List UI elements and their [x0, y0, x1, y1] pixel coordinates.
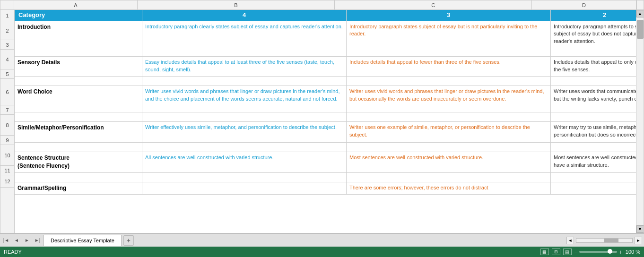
- row-num-10: 10: [0, 145, 14, 166]
- spacer-d: [551, 47, 636, 56]
- scroll-thumb: [637, 20, 644, 39]
- zoom-level: 100 %: [626, 249, 640, 255]
- cell-sentence-col2: Most sentences are well-constructed but …: [551, 152, 636, 172]
- spacer-c5: [347, 173, 551, 182]
- view-page-btn[interactable]: ▤: [563, 248, 572, 255]
- row-num-5: 5: [0, 69, 14, 79]
- tab-nav-next[interactable]: ►: [23, 236, 31, 245]
- ready-status: READY: [4, 249, 540, 255]
- header-col2: 2: [551, 10, 636, 21]
- category-grammar: Grammar/Spelling: [15, 182, 142, 194]
- scroll-track[interactable]: [636, 17, 644, 225]
- spacer-a5: [15, 173, 142, 182]
- zoom-slider-thumb: [608, 249, 612, 254]
- spacer-b4: [142, 143, 347, 152]
- spacer-b3: [142, 112, 347, 121]
- row-10: Sentence Structure (Sentence Fluency) Al…: [15, 152, 636, 173]
- scroll-down-btn[interactable]: ▼: [636, 225, 644, 233]
- hscroll-left-btn[interactable]: ◄: [566, 237, 574, 244]
- tab-bar: |◄ ◄ ► ►| Descriptive Essay Template + ◄…: [0, 233, 644, 247]
- row-num-7: 7: [0, 105, 14, 115]
- col-header-c[interactable]: C: [335, 0, 532, 9]
- category-introduction: Introduction: [15, 21, 142, 47]
- scrollbar-header-space: [636, 0, 644, 9]
- hscroll-track[interactable]: [576, 238, 633, 243]
- status-bar: READY ▦ ⊞ ▤ − + 100 %: [0, 247, 644, 257]
- header-row: Category 4 3 2: [15, 10, 636, 21]
- row-num-3: 3: [0, 40, 14, 50]
- cell-introduction-col3: Introductory paragraph states subject of…: [347, 21, 551, 47]
- col-header-b[interactable]: B: [138, 0, 335, 9]
- row-num-11: 11: [0, 166, 14, 175]
- spacer-d5: [551, 173, 636, 182]
- cell-grammar-col4: [142, 182, 347, 194]
- row-num-4: 4: [0, 50, 14, 69]
- row-2: Introduction Introductory paragraph clea…: [15, 21, 636, 47]
- spacer-c3: [347, 112, 551, 121]
- cell-simile-col4: Writer effectively uses simile, metaphor…: [142, 122, 347, 142]
- cell-simile-col2: Writer may try to use simile, metaphor, …: [551, 122, 636, 142]
- view-normal-btn[interactable]: ▦: [540, 248, 549, 255]
- col-header-d[interactable]: D: [532, 0, 636, 9]
- row-numbers: 1 2 3 4 5 6 7 8 9 10 11 12: [0, 10, 15, 233]
- spacer-d3: [551, 112, 636, 121]
- category-simile: Simile/Metaphor/Personification: [15, 122, 142, 142]
- tab-nav-last[interactable]: ►|: [33, 236, 42, 245]
- spacer-b5: [142, 173, 347, 182]
- active-sheet-tab[interactable]: Descriptive Essay Template: [44, 235, 122, 246]
- row-4: Sensory Details Essay includes details t…: [15, 57, 636, 77]
- row-8: Simile/Metaphor/Personification Writer e…: [15, 122, 636, 143]
- cell-sentence-col3: Most sentences are well-constructed with…: [347, 152, 551, 172]
- tab-nav-first[interactable]: |◄: [2, 236, 10, 245]
- spacer-b2: [142, 77, 347, 86]
- cell-sensory-col4: Essay includes details that appeal to at…: [142, 57, 347, 76]
- row-num-8: 8: [0, 115, 14, 136]
- scroll-up-btn[interactable]: ▲: [636, 10, 644, 17]
- vertical-scrollbar[interactable]: ▲ ▼: [636, 10, 644, 233]
- add-sheet-btn[interactable]: +: [123, 235, 134, 246]
- row-num-2: 2: [0, 21, 14, 40]
- tab-nav-prev[interactable]: ◄: [12, 236, 21, 245]
- cell-sentence-col4: All sentences are well-constructed with …: [142, 152, 347, 172]
- grid-content: Category 4 3 2 Introduction Introductory…: [15, 10, 636, 233]
- column-headers: A B C D: [0, 0, 644, 10]
- hscroll-right-btn[interactable]: ►: [635, 237, 642, 244]
- spacer-b: [142, 47, 347, 56]
- view-layout-btn[interactable]: ⊞: [552, 248, 560, 255]
- cell-sensory-col3: Includes details that appeal to fewer th…: [347, 57, 551, 76]
- header-category: Category: [15, 10, 142, 21]
- header-col3: 3: [347, 10, 551, 21]
- header-corner: [0, 0, 14, 9]
- row-3-spacer: [15, 47, 636, 57]
- zoom-control: − + 100 %: [574, 248, 640, 256]
- row-9-spacer: [15, 143, 636, 152]
- row-group-simile: Simile/Metaphor/Personification Writer e…: [15, 122, 636, 152]
- row-6: Word Choice Writer uses vivid words and …: [15, 86, 636, 112]
- spacer-c2: [347, 77, 551, 86]
- row-num-9: 9: [0, 136, 14, 145]
- row-12: Grammar/Spelling There are some errors; …: [15, 182, 636, 195]
- zoom-slider-track[interactable]: [579, 251, 617, 253]
- category-sensory: Sensory Details: [15, 57, 142, 76]
- row-5-spacer: [15, 77, 636, 86]
- cell-simile-col3: Writer uses one example of simile, metap…: [347, 122, 551, 142]
- row-group-sensory: Sensory Details Essay includes details t…: [15, 57, 636, 86]
- cell-wordchoice-col3: Writer uses vivid words and phrases that…: [347, 86, 551, 112]
- zoom-plus-btn[interactable]: +: [618, 248, 622, 256]
- spacer-c4: [347, 143, 551, 152]
- spacer-a4: [15, 143, 142, 152]
- col-header-a[interactable]: A: [14, 0, 138, 9]
- row-11-spacer: [15, 173, 636, 182]
- row-num-12: 12: [0, 175, 14, 188]
- spacer-d2: [551, 77, 636, 86]
- spacer-a2: [15, 77, 142, 86]
- cell-wordchoice-col2: Writer uses words that communicate clear…: [551, 86, 636, 112]
- hscroll-thumb: [604, 239, 618, 242]
- horizontal-scrollbar[interactable]: ◄ ►: [566, 237, 642, 244]
- cell-grammar-col2: [551, 182, 636, 194]
- row-group-introduction: Introduction Introductory paragraph clea…: [15, 21, 636, 57]
- zoom-minus-btn[interactable]: −: [574, 248, 578, 256]
- header-col4: 4: [142, 10, 347, 21]
- row-group-wordchoice: Word Choice Writer uses vivid words and …: [15, 86, 636, 122]
- spreadsheet: A B C D 1 2 3 4 5 6 7 8 9 10 11 12 Categ…: [0, 0, 644, 233]
